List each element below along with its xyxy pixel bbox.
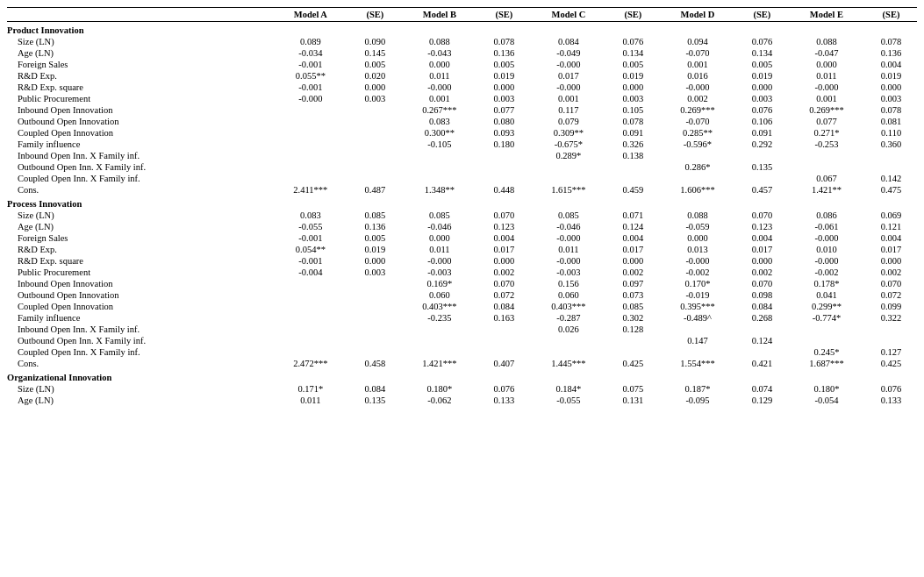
cell-value: 0.123: [478, 221, 530, 232]
cell-value: [659, 150, 736, 161]
cell-value: 0.083: [401, 116, 478, 127]
cell-value: 1.606***: [659, 184, 736, 196]
cell-value: -0.046: [401, 221, 478, 232]
cell-value: 0.078: [865, 104, 917, 116]
cell-value: 0.074: [736, 383, 788, 395]
cell-value: 0.286*: [659, 161, 736, 173]
cell-value: 0.081: [865, 116, 917, 127]
cell-value: -0.000: [788, 82, 865, 93]
cell-value: 0.078: [607, 116, 659, 127]
cell-value: [659, 346, 736, 358]
cell-value: 0.135: [349, 395, 401, 406]
cell-value: 0.124: [736, 335, 788, 346]
cell-value: -0.034: [272, 47, 349, 59]
col-header-se-d: (SE): [736, 8, 788, 22]
cell-value: 0.085: [401, 210, 478, 221]
row-label: Coupled Open Innovation: [7, 127, 272, 139]
cell-value: [736, 173, 788, 184]
row-label: Size (LN): [7, 383, 272, 395]
cell-value: 0.299**: [788, 301, 865, 312]
cell-value: 0.054**: [272, 244, 349, 255]
cell-value: 0.067: [788, 173, 865, 184]
cell-value: 0.121: [865, 221, 917, 232]
cell-value: 0.407: [478, 358, 530, 369]
row-label: Size (LN): [7, 210, 272, 221]
cell-value: -0.061: [788, 221, 865, 232]
cell-value: [349, 289, 401, 301]
cell-value: [865, 324, 917, 335]
cell-value: -0.000: [530, 255, 607, 267]
cell-value: [478, 173, 530, 184]
row-label: Age (LN): [7, 221, 272, 232]
cell-value: [607, 346, 659, 358]
cell-value: 0.105: [607, 104, 659, 116]
cell-value: [478, 346, 530, 358]
cell-value: 0.017: [607, 244, 659, 255]
cell-value: 0.000: [478, 82, 530, 93]
cell-value: 0.475: [865, 184, 917, 196]
cell-value: [349, 312, 401, 324]
cell-value: [349, 116, 401, 127]
row-label: Inbound Open Inn. X Family inf.: [7, 324, 272, 335]
cell-value: 0.060: [401, 289, 478, 301]
cell-value: 0.004: [478, 232, 530, 244]
cell-value: 0.326: [607, 139, 659, 150]
cell-value: 0.180*: [788, 383, 865, 395]
cell-value: 0.459: [607, 184, 659, 196]
cell-value: [401, 346, 478, 358]
cell-value: 0.078: [865, 36, 917, 47]
cell-value: [478, 324, 530, 335]
cell-value: 0.448: [478, 184, 530, 196]
cell-value: -0.046: [530, 221, 607, 232]
cell-value: -0.047: [788, 47, 865, 59]
cell-value: 0.091: [607, 127, 659, 139]
cell-value: [530, 346, 607, 358]
cell-value: [736, 150, 788, 161]
cell-value: 0.080: [478, 116, 530, 127]
cell-value: -0.001: [272, 255, 349, 267]
cell-value: 0.055**: [272, 70, 349, 82]
cell-value: 1.421**: [788, 184, 865, 196]
cell-value: 0.403***: [530, 301, 607, 312]
cell-value: 0.003: [865, 93, 917, 104]
table-row: Inbound Open Inn. X Family inf.0.0260.12…: [7, 324, 917, 335]
table-row: Family influence-0.2350.163-0.2870.302-0…: [7, 312, 917, 324]
cell-value: 0.000: [736, 82, 788, 93]
cell-value: 1.421***: [401, 358, 478, 369]
section-header-2: Organizational Innovation: [7, 369, 917, 383]
cell-value: 0.000: [478, 255, 530, 267]
cell-value: 0.088: [659, 210, 736, 221]
cell-value: 0.000: [349, 255, 401, 267]
row-label: Age (LN): [7, 395, 272, 406]
cell-value: 0.088: [788, 36, 865, 47]
cell-value: [272, 173, 349, 184]
cell-value: 0.076: [736, 36, 788, 47]
row-label: Coupled Open Inn. X Family inf.: [7, 346, 272, 358]
table-row: Public Procurement-0.0040.003-0.0030.002…: [7, 267, 917, 278]
cell-value: 0.076: [865, 383, 917, 395]
cell-value: [272, 324, 349, 335]
cell-value: -0.002: [788, 267, 865, 278]
cell-value: -0.019: [659, 289, 736, 301]
cell-value: 0.099: [865, 301, 917, 312]
cell-value: 0.091: [736, 127, 788, 139]
cell-value: -0.000: [530, 82, 607, 93]
table-row: Size (LN)0.0890.0900.0880.0780.0840.0760…: [7, 36, 917, 47]
table-row: Outbound Open Inn. X Family inf.0.1470.1…: [7, 335, 917, 346]
cell-value: 0.269***: [788, 104, 865, 116]
row-label: Public Procurement: [7, 267, 272, 278]
cell-value: 0.124: [607, 221, 659, 232]
row-label: Family influence: [7, 312, 272, 324]
cell-value: 0.002: [865, 267, 917, 278]
cell-value: 0.069: [865, 210, 917, 221]
col-header-se-b: (SE): [478, 8, 530, 22]
cell-value: 0.302: [607, 312, 659, 324]
cell-value: 0.070: [736, 210, 788, 221]
cell-value: 0.073: [607, 289, 659, 301]
regression-table: Model A (SE) Model B (SE) Model C (SE) M…: [7, 7, 917, 406]
cell-value: 0.457: [736, 184, 788, 196]
cell-value: [401, 324, 478, 335]
cell-value: 0.084: [349, 383, 401, 395]
table-row: Cons.2.472***0.4581.421***0.4071.445***0…: [7, 358, 917, 369]
table-row: Coupled Open Innovation0.300**0.0930.309…: [7, 127, 917, 139]
